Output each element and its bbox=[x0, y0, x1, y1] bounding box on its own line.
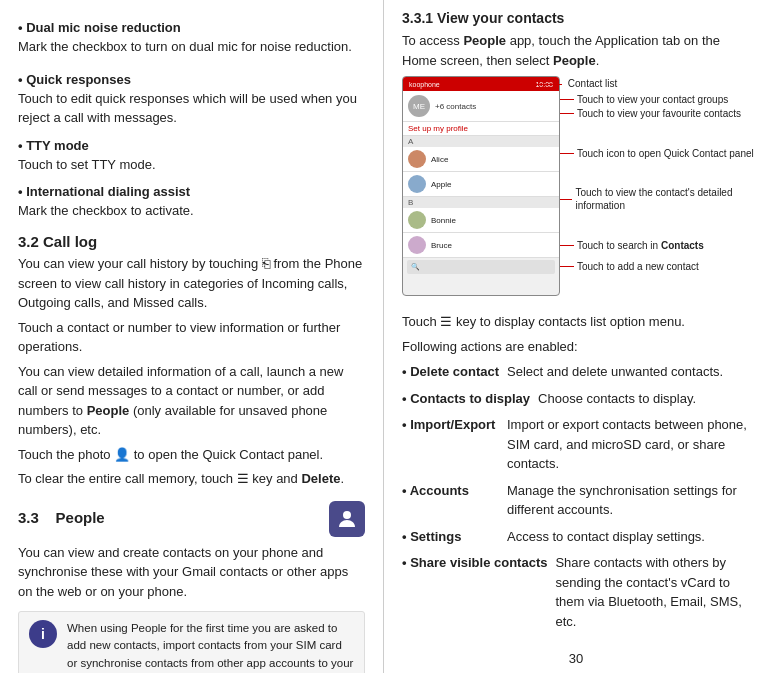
dual-mic-section: • Dual mic noise reduction Mark the chec… bbox=[18, 10, 365, 62]
share-visible-value: Share contacts with others by sending th… bbox=[555, 553, 750, 631]
info-icon: i bbox=[29, 620, 57, 648]
call-log-para-2: Touch a contact or number to view inform… bbox=[18, 318, 365, 357]
anno-contact-details: Touch to view the contact's detailed inf… bbox=[560, 186, 762, 212]
view-contacts-heading: 3.3.1 View your contacts bbox=[402, 10, 750, 26]
action-items-list: • Delete contact Select and delete unwan… bbox=[402, 362, 750, 631]
set-profile-row: Set up my profile bbox=[403, 122, 559, 136]
quick-responses-body: Touch to edit quick responses which will… bbox=[18, 89, 365, 128]
anno-quick-contact: Touch icon to open Quick Contact panel bbox=[560, 148, 754, 159]
international-dialing-body: Mark the checkbox to activate. bbox=[18, 201, 365, 221]
tty-mode-section: • TTY mode Touch to set TTY mode. bbox=[18, 138, 365, 175]
alice-row: Alice bbox=[403, 147, 559, 172]
import-export-value: Import or export contacts between phone,… bbox=[507, 415, 750, 474]
action-settings: • Settings Access to contact display set… bbox=[402, 527, 750, 547]
bonnie-row: Bonnie bbox=[403, 208, 559, 233]
anno-add-contact: Touch to add a new contact bbox=[560, 261, 699, 272]
international-dialing-heading: • International dialing assist bbox=[18, 184, 365, 199]
view-contacts-intro: To access People app, touch the Applicat… bbox=[402, 31, 750, 70]
anno-search: Touch to search in Contacts bbox=[560, 240, 704, 251]
touch-key-text: Touch ☰ key to display contacts list opt… bbox=[402, 312, 750, 332]
alice-avatar bbox=[408, 150, 426, 168]
following-actions-text: Following actions are enabled: bbox=[402, 337, 750, 357]
apple-row: Apple bbox=[403, 172, 559, 197]
phone-screen: koophone 10:08 ME +6 contacts Set up my … bbox=[402, 76, 560, 296]
search-bar: 🔍 bbox=[407, 260, 555, 274]
bonnie-avatar bbox=[408, 211, 426, 229]
me-row: ME +6 contacts bbox=[403, 91, 559, 122]
international-dialing-section: • International dialing assist Mark the … bbox=[18, 184, 365, 221]
tty-mode-heading: • TTY mode bbox=[18, 138, 365, 153]
action-import-export: • Import/Export Import or export contact… bbox=[402, 415, 750, 474]
accounts-value: Manage the synchronisation settings for … bbox=[507, 481, 750, 520]
people-info-box: i When using People for the first time y… bbox=[18, 611, 365, 673]
delete-contact-value: Select and delete unwanted contacts. bbox=[507, 362, 750, 382]
call-log-para-1: You can view your call history by touchi… bbox=[18, 253, 365, 313]
info-box-text: When using People for the first time you… bbox=[67, 620, 354, 673]
bruce-row: Bruce bbox=[403, 233, 559, 258]
call-log-para-5: To clear the entire call memory, touch ☰… bbox=[18, 469, 365, 489]
section-a: A bbox=[403, 136, 559, 147]
contacts-diagram: koophone 10:08 ME +6 contacts Set up my … bbox=[402, 76, 762, 304]
action-share-visible: • Share visible contacts Share contacts … bbox=[402, 553, 750, 631]
call-log-para-3: You can view detailed information of a c… bbox=[18, 362, 365, 440]
people-heading: 3.3 People bbox=[18, 509, 105, 526]
me-avatar: ME bbox=[408, 95, 430, 117]
people-para-1: You can view and create contacts on your… bbox=[18, 543, 365, 602]
action-delete-contact: • Delete contact Select and delete unwan… bbox=[402, 362, 750, 382]
apple-avatar bbox=[408, 175, 426, 193]
call-log-heading: 3.2 Call log bbox=[18, 233, 365, 250]
action-contacts-display: • Contacts to display Choose contacts to… bbox=[402, 389, 750, 409]
contacts-display-value: Choose contacts to display. bbox=[538, 389, 750, 409]
quick-responses-heading: • Quick responses bbox=[18, 72, 365, 87]
dual-mic-body: Mark the checkbox to turn on dual mic fo… bbox=[18, 37, 352, 57]
settings-value: Access to contact display settings. bbox=[507, 527, 750, 547]
svg-point-0 bbox=[343, 511, 351, 519]
left-page: • Dual mic noise reduction Mark the chec… bbox=[0, 0, 384, 673]
call-log-para-4: Touch the photo 👤 to open the Quick Cont… bbox=[18, 445, 365, 465]
dual-mic-heading: • Dual mic noise reduction bbox=[18, 20, 352, 35]
quick-responses-section: • Quick responses Touch to edit quick re… bbox=[18, 72, 365, 128]
action-accounts: • Accounts Manage the synchronisation se… bbox=[402, 481, 750, 520]
contact-list-label: Contact list bbox=[502, 78, 617, 89]
anno-groups: Touch to view your contact groups bbox=[560, 94, 728, 105]
bruce-avatar bbox=[408, 236, 426, 254]
people-icon bbox=[329, 501, 365, 537]
anno-favourites: Touch to view your favourite contacts bbox=[560, 108, 741, 119]
section-b: B bbox=[403, 197, 559, 208]
tty-mode-body: Touch to set TTY mode. bbox=[18, 155, 365, 175]
right-page-number: 30 bbox=[402, 651, 750, 666]
right-page: 3.3.1 View your contacts To access Peopl… bbox=[384, 0, 768, 673]
people-heading-row: 3.3 People bbox=[18, 501, 365, 537]
